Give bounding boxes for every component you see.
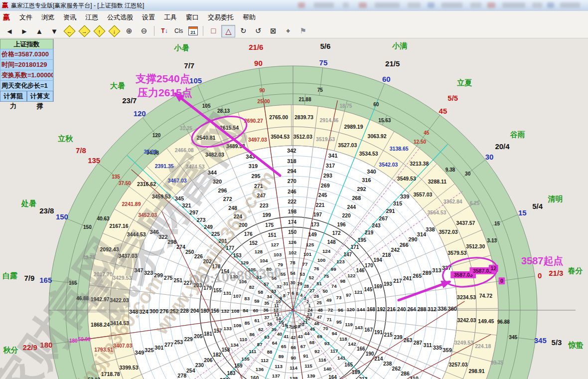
calc-support-button[interactable]: 计算支撑	[27, 91, 54, 102]
svg-text:3564.53: 3564.53	[427, 209, 446, 215]
menu-item-5[interactable]: 设置	[138, 11, 159, 23]
svg-text:5/5: 5/5	[447, 94, 458, 102]
rotate-cw-button[interactable]: ↻	[236, 25, 250, 37]
svg-text:242: 242	[391, 247, 400, 253]
svg-text:76: 76	[314, 266, 319, 271]
svg-text:293: 293	[323, 173, 332, 179]
svg-text:239: 239	[394, 335, 403, 340]
board-flag-icon: ⚑	[300, 26, 306, 35]
svg-text:325: 325	[145, 347, 153, 353]
calendar-button[interactable]: 21	[186, 25, 200, 37]
svg-text:240: 240	[397, 307, 406, 312]
svg-text:173: 173	[311, 222, 319, 227]
svg-text:39: 39	[272, 327, 277, 332]
svg-text:2765.00: 2765.00	[269, 114, 288, 120]
svg-text:345: 345	[534, 336, 547, 345]
menu-item-4[interactable]: 公式选股	[103, 11, 138, 23]
svg-text:清明: 清明	[548, 194, 563, 203]
svg-text:342: 342	[287, 148, 296, 154]
pan-up-button[interactable]: ↑	[92, 25, 106, 37]
svg-text:33: 33	[271, 289, 276, 294]
calc-resistance-button[interactable]: 计算阻力	[0, 91, 27, 102]
nav-last-button[interactable]: ►	[17, 25, 31, 37]
svg-text:74.72: 74.72	[479, 293, 492, 299]
svg-text:345: 345	[509, 335, 517, 340]
support-annotation: 支撑2540点	[136, 72, 190, 86]
menu-item-6[interactable]: 工具	[159, 11, 181, 23]
svg-text:30: 30	[465, 171, 471, 177]
svg-text:103: 103	[274, 252, 282, 257]
zoom-out-button[interactable]: ⊖	[137, 25, 151, 37]
resistance-annotation: 压力2615点	[138, 86, 192, 100]
pan-up-icon: ↑	[93, 25, 105, 37]
svg-text:287: 287	[413, 340, 422, 346]
svg-text:205: 205	[194, 334, 202, 339]
svg-text:立秋: 立秋	[57, 134, 73, 143]
svg-text:217: 217	[393, 278, 402, 284]
svg-text:127: 127	[271, 242, 279, 247]
pan-right-button[interactable]: →	[77, 25, 91, 37]
blurred-title-item	[441, 2, 462, 8]
svg-text:3534.53: 3534.53	[359, 151, 378, 157]
svg-text:70: 70	[323, 326, 328, 331]
square-tool-icon: □	[211, 26, 216, 35]
rotate-ccw-button[interactable]: ↺	[251, 25, 265, 37]
svg-text:64: 64	[272, 340, 278, 346]
menu-item-1[interactable]: 浏览	[37, 11, 59, 23]
zoom-in-button[interactable]: ⊕	[122, 25, 136, 37]
svg-text:133: 133	[224, 326, 232, 331]
nav-down-button[interactable]: ▼	[47, 25, 61, 37]
svg-text:2: 2	[306, 299, 309, 304]
menu-item-0[interactable]: 文件	[15, 11, 37, 23]
svg-text:277: 277	[164, 342, 173, 348]
svg-text:15: 15	[494, 221, 500, 226]
menu-item-8[interactable]: 交易委托	[203, 11, 238, 23]
pan-left-button[interactable]: ←	[62, 25, 76, 37]
svg-text:12.50: 12.50	[414, 139, 426, 145]
svg-text:134: 134	[230, 342, 239, 348]
rotate-ccw-icon: ↺	[255, 26, 262, 35]
square-tool-button[interactable]: □	[206, 25, 220, 37]
board-flag-button[interactable]: ⚑	[296, 25, 310, 37]
svg-text:3: 3	[303, 296, 306, 301]
svg-text:58: 58	[258, 289, 263, 295]
box-select-button[interactable]: ⊠	[266, 25, 280, 37]
svg-text:143: 143	[355, 325, 363, 330]
center-view-button[interactable]: ⌖	[281, 25, 295, 37]
menu-item-7[interactable]: 窗口	[181, 11, 203, 23]
svg-text:129: 129	[241, 260, 249, 265]
svg-text:7: 7	[287, 291, 290, 296]
svg-text:41: 41	[284, 334, 289, 339]
menu-item-2[interactable]: 资讯	[59, 11, 81, 23]
svg-text:30: 30	[290, 280, 295, 285]
menu-item-3[interactable]: 江恩	[81, 11, 103, 23]
svg-text:2839.73: 2839.73	[294, 114, 313, 120]
svg-text:221: 221	[316, 202, 325, 208]
svg-text:3362.84: 3362.84	[443, 198, 462, 204]
svg-text:24: 24	[307, 308, 313, 313]
instrument-name: 上证指数	[0, 39, 53, 49]
time-axis-button[interactable]: T↓	[157, 25, 171, 37]
svg-text:62: 62	[258, 327, 263, 332]
svg-text:336: 336	[438, 306, 446, 312]
pan-down-button[interactable]: ↓	[107, 25, 121, 37]
gann-wheel-canvas[interactable]: 1234567891011121314151617181920212223242…	[0, 38, 588, 379]
svg-text:120: 120	[134, 109, 146, 118]
svg-text:117: 117	[330, 348, 338, 354]
nav-first-button[interactable]: ◄	[2, 25, 16, 37]
svg-text:292: 292	[357, 186, 366, 192]
nav-last-icon: ►	[21, 27, 28, 35]
menu-item-9[interactable]: 帮助	[238, 11, 260, 23]
svg-text:123: 123	[336, 259, 345, 264]
svg-text:290: 290	[408, 236, 417, 242]
svg-text:23/7: 23/7	[122, 96, 137, 105]
cls-button[interactable]: Cls	[172, 25, 185, 37]
svg-text:137: 137	[272, 373, 281, 379]
box-select-icon: ⊠	[270, 26, 277, 35]
svg-text:196: 196	[337, 222, 346, 227]
svg-text:172: 172	[332, 230, 341, 236]
svg-text:150: 150	[56, 212, 68, 221]
svg-text:160: 160	[251, 376, 259, 379]
nav-up-button[interactable]: ▲	[32, 25, 46, 37]
triangle-tool-button[interactable]: △	[221, 25, 235, 37]
